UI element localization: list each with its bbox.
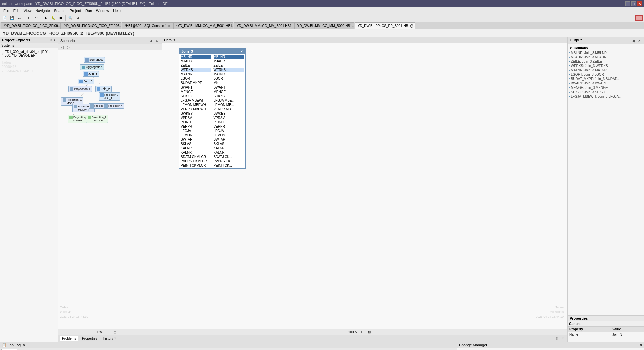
join-col-werks-left[interactable]: WERKS xyxy=(181,68,211,72)
menu-file[interactable]: File xyxy=(1,9,11,13)
tab-3[interactable]: *YD_DW.BL.MM::CG_MM_B001 HB1... × xyxy=(173,22,233,29)
node-aggregation[interactable]: Aggregation xyxy=(80,64,104,70)
join-col-kalnr2-left[interactable]: KALNR xyxy=(181,150,211,155)
node-join2[interactable]: Join_2 xyxy=(95,86,112,92)
menu-project[interactable]: Project xyxy=(68,9,83,13)
tab-6[interactable]: YD_DW.BL.PP::CS_PP_B001 HB1@... × xyxy=(355,22,415,29)
join-col-lfgja2-right[interactable]: LFGJA xyxy=(214,129,244,133)
close-button[interactable]: ✕ xyxy=(637,1,642,6)
join-col-lgort-left[interactable]: LGORT xyxy=(181,76,211,81)
toolbar-settings[interactable]: ⚙ xyxy=(74,15,81,21)
join-col-vprsv-right[interactable]: VPRSV xyxy=(214,116,244,120)
menu-view[interactable]: View xyxy=(22,9,34,13)
menu-edit[interactable]: Edit xyxy=(11,9,22,13)
join-col-kalnr2-right[interactable]: KALNR xyxy=(214,150,244,155)
tab-4[interactable]: YD_DW.BL.MM::CG_MM_B001 HB1... × xyxy=(234,22,294,29)
join-col-vprsv-left[interactable]: VPRSV xyxy=(181,116,211,120)
change-manager-close-icon[interactable]: × xyxy=(640,343,642,347)
join-col-matnr-left[interactable]: MATNR xyxy=(181,72,211,76)
job-log-close-icon[interactable]: × xyxy=(23,343,25,347)
scenario-zoom-in[interactable]: + xyxy=(104,329,110,335)
join-col-bwart-left[interactable]: BWART xyxy=(181,85,211,90)
node-ckmlcr[interactable]: Projection_2CKMLCR xyxy=(86,115,108,123)
toolbar-save[interactable]: 💾 xyxy=(9,15,15,21)
nav-back-icon[interactable]: ◁ xyxy=(60,45,65,50)
toolbar-undo[interactable]: ↩ xyxy=(26,15,32,21)
join-col-matnr-right[interactable]: MATNR xyxy=(214,72,244,76)
node-semantics[interactable]: Semantics xyxy=(84,57,105,63)
scenario-zoom-fit[interactable]: ⊡ xyxy=(112,329,118,335)
join-col-lfgja2-left[interactable]: LFGJA xyxy=(181,129,211,133)
join-col-zeile-right[interactable]: ZEILE xyxy=(214,63,244,68)
join-col-mjahr-right[interactable]: MJAHR xyxy=(214,59,244,63)
node-join2b[interactable]: Projection 2 Join_1 xyxy=(99,92,120,101)
node-projection1[interactable]: Projection 1 xyxy=(68,86,92,92)
toolbar-run[interactable]: ▶ xyxy=(43,15,49,21)
join-col-kalnr-left[interactable]: KALNR xyxy=(181,146,211,150)
join-col-verpr-right[interactable]: VERPR MB... xyxy=(214,107,244,111)
bottom-panel-close-icon[interactable]: × xyxy=(560,336,566,341)
scenario-settings-icon[interactable]: ⚙ xyxy=(154,38,160,43)
toolbar-alert[interactable]: ! xyxy=(635,15,643,21)
output-collapse-icon[interactable]: ◀ xyxy=(631,38,636,43)
toolbar-stop[interactable]: ⏹ xyxy=(57,15,64,21)
join-col-peinh-right[interactable]: PEINH xyxy=(214,120,244,124)
menu-search[interactable]: Search xyxy=(52,9,68,13)
join-col-mjahr-left[interactable]: MJAHR xyxy=(181,59,211,63)
join-popup-close-icon[interactable]: × xyxy=(241,49,243,53)
details-canvas[interactable]: Join_3 × MBLNR MJAHR ZEILE WERKS MATNR L… xyxy=(162,43,567,329)
toolbar-redo[interactable]: ↪ xyxy=(33,15,40,21)
toolbar-debug[interactable]: 🐛 xyxy=(50,15,57,21)
join-col-mblnr-right[interactable]: MBLNR xyxy=(214,55,244,59)
join-col-verpr-left[interactable]: VERPR MBEWH xyxy=(181,107,211,111)
minimize-button[interactable]: ─ xyxy=(625,1,630,6)
details-zoom-fit[interactable]: ⊡ xyxy=(366,329,373,335)
join-col-pvprs-left[interactable]: PVPRS CKMLCR xyxy=(181,159,211,163)
scenario-canvas[interactable]: Semantics Aggregation Join_3 Join_3 Proj… xyxy=(58,50,162,329)
join-col-bklas-right[interactable]: BKLAS xyxy=(214,142,244,146)
tab-2[interactable]: *HB1@300 - SQL Console 1 × xyxy=(122,22,173,29)
join-col-bwtar-left[interactable]: BWTAR xyxy=(181,137,211,142)
join-col-bdatj-left[interactable]: BDATJ CKMLCR xyxy=(181,155,211,159)
nav-forward-icon[interactable]: ▷ xyxy=(66,45,71,50)
join-col-werks-right[interactable]: WERKS xyxy=(214,68,244,72)
join-col-lfmon2-right[interactable]: LFMON xyxy=(214,133,244,137)
tree-item-root[interactable]: ▷ ED1_300_yd_dev04_en [ED1, 300, YD_DEV0… xyxy=(1,50,57,58)
join-col-bwtar-right[interactable]: BWTAR xyxy=(214,137,244,142)
join-col-lgort-right[interactable]: LGORT xyxy=(214,76,244,81)
tab-5[interactable]: YD_DW.BL.MM::CG_MM_B002 HB1... × xyxy=(294,22,354,29)
collapse-arrow-icon[interactable]: ▼ xyxy=(569,46,572,50)
join-col-budat-left[interactable]: BUDAT MKPF xyxy=(181,81,211,85)
join-col-shkzg-right[interactable]: SHKZG xyxy=(214,94,244,98)
menu-run[interactable]: Run xyxy=(83,9,94,13)
join-col-kalnr-right[interactable]: KALNR xyxy=(214,146,244,150)
join-col-verpr2-right[interactable]: VERPR xyxy=(214,124,244,129)
join-col-verpr2-left[interactable]: VERPR xyxy=(181,124,211,129)
scenario-zoom-out[interactable]: − xyxy=(120,329,126,335)
node-join3[interactable]: Join_3 xyxy=(83,71,99,77)
join-col-peinh-left[interactable]: PEINH xyxy=(181,120,211,124)
toolbar-print[interactable]: 🖨 xyxy=(16,15,23,21)
join-col-bwart-right[interactable]: BWART xyxy=(214,85,244,90)
bottom-panel-settings-icon[interactable]: ⚙ xyxy=(554,336,560,341)
join-col-bwkey-left[interactable]: BWKEY xyxy=(181,111,211,116)
menu-window[interactable]: Window xyxy=(94,9,111,13)
toolbar-new[interactable]: 📄 xyxy=(1,15,8,21)
tab-history[interactable]: History × xyxy=(100,336,118,341)
maximize-button[interactable]: □ xyxy=(631,1,636,6)
join-col-mblnr-left[interactable]: MBLNR xyxy=(181,55,211,59)
join-col-lfgja-left[interactable]: LFGJA MBEWH xyxy=(181,98,211,103)
join-col-shkzg-left[interactable]: SHKZG xyxy=(181,94,211,98)
node-proj4[interactable]: Projection 4 xyxy=(103,103,124,109)
join-col-menge-left[interactable]: MENGE xyxy=(181,90,211,94)
join-col-lfmon2-left[interactable]: LFMON xyxy=(181,133,211,137)
menu-navigate[interactable]: Navigate xyxy=(33,9,52,13)
join-col-zeile-left[interactable]: ZEILE xyxy=(181,63,211,68)
tab-properties-bottom[interactable]: Properties xyxy=(79,336,100,341)
join-col-lfgja-right[interactable]: LFGJA MBE... xyxy=(214,98,244,103)
menu-help[interactable]: Help xyxy=(111,9,123,13)
tab-2-close[interactable]: × xyxy=(168,24,170,28)
details-zoom-in[interactable]: + xyxy=(358,329,365,335)
join-col-mk-right[interactable]: MK... xyxy=(214,81,244,85)
tab-0[interactable]: *YD_DW.BL.FICO::CG_FICO_ZFI09... × xyxy=(1,22,61,29)
